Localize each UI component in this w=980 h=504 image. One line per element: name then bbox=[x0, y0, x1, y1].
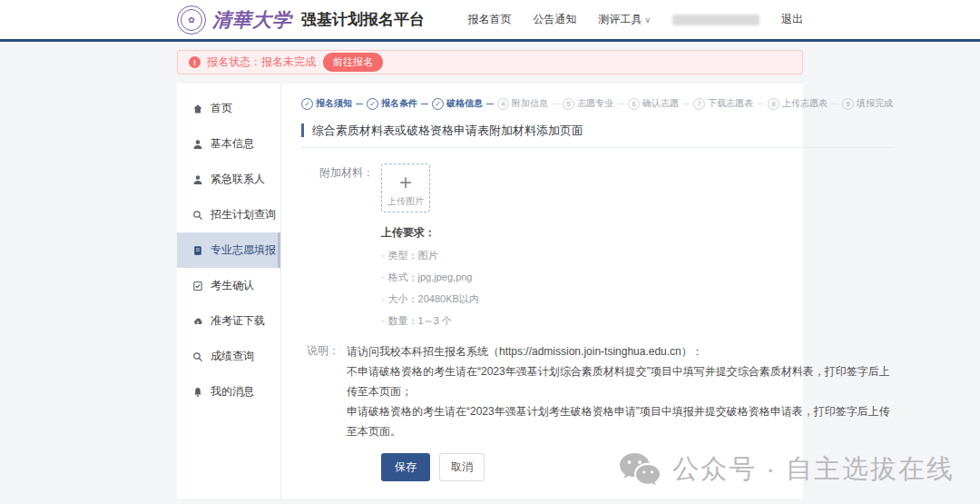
cancel-button[interactable]: 取消 bbox=[439, 453, 485, 481]
home-icon bbox=[192, 104, 203, 114]
sidebar-item-label: 紧急联系人 bbox=[211, 172, 265, 187]
sidebar-item-admission-plan-query[interactable]: 招生计划查询 bbox=[177, 197, 280, 232]
sidebar-item-my-messages[interactable]: 我的消息 bbox=[177, 374, 280, 410]
step-additional-info: 4附加信息 bbox=[497, 97, 548, 110]
step-application-conditions: ✓报名条件 bbox=[367, 97, 417, 110]
nav-item-label: 测评工具 bbox=[598, 13, 642, 25]
step-complete: 9填报完成 bbox=[842, 97, 893, 110]
step-indicator: ✓报名须知 ✓报名条件 ✓破格信息 4附加信息 5志愿专业 6确认志愿 7下载志… bbox=[301, 97, 893, 110]
alert-status-text: 报名状态：报名未完成 bbox=[207, 54, 316, 70]
cloud-download-icon bbox=[192, 316, 203, 327]
app-header: ✿ 清華大学 强基计划报名平台 报名首页 公告通知 测评工具∨ 退出 bbox=[0, 0, 980, 42]
step-number: 5 bbox=[563, 98, 574, 110]
sidebar-item-score-query[interactable]: 成绩查询 bbox=[177, 339, 280, 374]
university-name: 清華大学 bbox=[212, 7, 292, 33]
page: ✿ 清華大学 强基计划报名平台 报名首页 公告通知 测评工具∨ 退出 ! 报名状… bbox=[0, 0, 980, 504]
wechat-icon bbox=[618, 451, 662, 488]
step-preferred-majors: 5志愿专业 bbox=[563, 97, 613, 110]
note-line: 申请破格资格的考生请在“2023年强基计划考生破格资格申请”项目中填报并提交破格… bbox=[347, 401, 893, 441]
step-download-form: 7下载志愿表 bbox=[693, 97, 753, 110]
step-connector bbox=[617, 104, 624, 104]
status-alert: ! 报名状态：报名未完成 前往报名 bbox=[177, 50, 803, 74]
sidebar-item-label: 准考证下载 bbox=[211, 313, 265, 329]
step-exception-info: ✓破格信息 bbox=[432, 97, 483, 110]
requirement-type: ◦类型：图片 bbox=[381, 249, 479, 262]
go-register-button[interactable]: 前往报名 bbox=[323, 53, 383, 72]
sidebar-item-label: 考生确认 bbox=[211, 278, 254, 293]
save-button[interactable]: 保存 bbox=[381, 453, 430, 481]
step-number: 6 bbox=[628, 98, 640, 110]
user-icon bbox=[192, 174, 203, 185]
bullet-icon: ◦ bbox=[381, 316, 385, 326]
nav-item-announcements[interactable]: 公告通知 bbox=[533, 12, 576, 27]
sidebar-item-major-preference[interactable]: 专业志愿填报 bbox=[177, 232, 280, 268]
sidebar-item-emergency-contact[interactable]: 紧急联系人 bbox=[177, 162, 280, 197]
sidebar-item-label: 我的消息 bbox=[211, 384, 254, 400]
document-icon bbox=[192, 245, 203, 256]
nav-item-assessment-tools[interactable]: 测评工具∨ bbox=[598, 12, 651, 27]
content-card: 首页 基本信息 紧急联系人 招生计划查询 专业志愿填报 bbox=[177, 84, 803, 499]
sidebar-item-label: 基本信息 bbox=[211, 136, 254, 152]
platform-title: 强基计划报名平台 bbox=[301, 9, 425, 30]
requirement-size: ◦大小：20480KB以内 bbox=[381, 292, 479, 306]
tsinghua-logo-icon: ✿ bbox=[177, 5, 206, 35]
user-icon bbox=[192, 139, 203, 150]
attachment-label: 附加材料： bbox=[301, 163, 374, 328]
step-confirm-preferences: 6确认志愿 bbox=[628, 97, 679, 110]
requirement-count: ◦数量：1～3 个 bbox=[381, 314, 479, 328]
step-check-icon: ✓ bbox=[301, 98, 313, 110]
step-connector bbox=[831, 104, 838, 104]
logout-link[interactable]: 退出 bbox=[781, 12, 803, 27]
upload-button-label: 上传图片 bbox=[382, 195, 429, 208]
search-icon bbox=[192, 210, 203, 221]
sidebar-item-home[interactable]: 首页 bbox=[177, 91, 280, 126]
step-application-notice: ✓报名须知 bbox=[301, 97, 352, 110]
sidebar: 首页 基本信息 紧急联系人 招生计划查询 专业志愿填报 bbox=[177, 84, 281, 499]
page-title: 综合素质材料表或破格资格申请表附加材料添加页面 bbox=[301, 124, 893, 137]
step-check-icon: ✓ bbox=[367, 98, 378, 110]
step-connector bbox=[757, 104, 764, 104]
chevron-down-icon: ∨ bbox=[644, 15, 651, 25]
user-info-redacted bbox=[672, 15, 760, 25]
watermark-text: 公众号 · 自主选拔在线 bbox=[672, 451, 955, 488]
bullet-icon: ◦ bbox=[381, 294, 385, 304]
check-document-icon bbox=[192, 281, 203, 292]
sidebar-item-label: 成绩查询 bbox=[211, 349, 254, 364]
main-content: ✓报名须知 ✓报名条件 ✓破格信息 4附加信息 5志愿专业 6确认志愿 7下载志… bbox=[281, 84, 913, 499]
step-connector bbox=[421, 104, 428, 104]
step-upload-form: 8上传志愿表 bbox=[768, 97, 828, 110]
notes-section: 说明： 请访问我校本科招生报名系统（https://admission.join… bbox=[301, 341, 893, 441]
sidebar-item-label: 招生计划查询 bbox=[211, 207, 276, 222]
step-number: 4 bbox=[497, 98, 509, 110]
step-connector bbox=[356, 104, 363, 104]
header-nav: 报名首页 公告通知 测评工具∨ 退出 bbox=[467, 12, 803, 27]
step-connector bbox=[552, 104, 559, 104]
step-number: 8 bbox=[768, 98, 779, 110]
sidebar-item-admission-ticket-download[interactable]: 准考证下载 bbox=[177, 303, 280, 339]
search-icon bbox=[192, 351, 203, 362]
notes-label: 说明： bbox=[301, 341, 339, 441]
step-connector bbox=[486, 104, 494, 104]
step-number: 9 bbox=[842, 98, 854, 110]
alert-exclamation-icon: ! bbox=[189, 56, 201, 68]
upload-image-button[interactable]: + 上传图片 bbox=[381, 163, 430, 212]
step-connector bbox=[682, 104, 690, 104]
title-divider bbox=[301, 147, 893, 148]
sidebar-item-label: 首页 bbox=[211, 101, 232, 116]
sidebar-item-candidate-confirm[interactable]: 考生确认 bbox=[177, 268, 280, 303]
requirement-format: ◦格式：jpg,jpeg,png bbox=[381, 271, 479, 284]
watermark: 公众号 · 自主选拔在线 bbox=[618, 451, 955, 488]
upload-requirements-list: ◦类型：图片 ◦格式：jpg,jpeg,png ◦大小：20480KB以内 ◦数… bbox=[381, 249, 479, 328]
step-check-icon: ✓ bbox=[432, 98, 444, 110]
attachment-form-row: 附加材料： + 上传图片 上传要求： ◦类型：图片 ◦格式：jpg,jpeg,p… bbox=[301, 163, 893, 328]
sidebar-item-basic-info[interactable]: 基本信息 bbox=[177, 126, 280, 162]
bullet-icon: ◦ bbox=[381, 272, 385, 282]
sidebar-item-label: 专业志愿填报 bbox=[211, 242, 276, 258]
bell-icon bbox=[192, 387, 203, 398]
plus-icon: + bbox=[399, 172, 412, 193]
note-line: 不申请破格资格的考生请在“2023年强基计划综合素质材料提交”项目中填写并提交综… bbox=[347, 361, 893, 401]
nav-item-home[interactable]: 报名首页 bbox=[467, 12, 511, 27]
step-number: 7 bbox=[693, 98, 705, 110]
upload-requirements-title: 上传要求： bbox=[381, 225, 479, 241]
note-line: 请访问我校本科招生报名系统（https://admission.join-tsi… bbox=[347, 341, 893, 361]
